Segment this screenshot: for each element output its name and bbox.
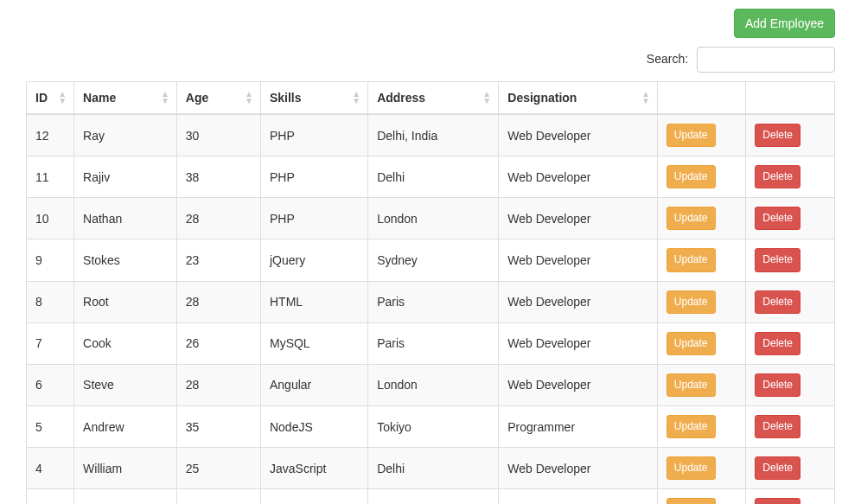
delete-button[interactable]: Delete: [755, 165, 800, 188]
cell-designation: Web Developer: [499, 489, 658, 504]
cell-name: Nathan: [74, 198, 177, 239]
delete-button[interactable]: Delete: [755, 248, 800, 271]
cell-address: London: [368, 198, 499, 239]
update-button[interactable]: Update: [666, 332, 716, 355]
cell-id: 12: [27, 114, 74, 156]
table-row: 5Andrew35NodeJSTokiyoProgrammerUpdateDel…: [27, 405, 835, 447]
delete-button[interactable]: Delete: [755, 290, 800, 314]
cell-name: Ray: [74, 114, 177, 156]
cell-skills: HTML: [260, 281, 367, 322]
cell-id: 11: [27, 156, 74, 198]
cell-skills: MySQL: [260, 322, 367, 364]
cell-id: 3: [27, 489, 74, 504]
update-button[interactable]: Update: [666, 248, 716, 271]
cell-id: 7: [27, 322, 74, 364]
cell-age: 23: [176, 239, 260, 281]
cell-designation: Web Developer: [499, 448, 658, 489]
cell-address: Paris: [368, 281, 499, 322]
search-filter: Search:: [26, 47, 835, 73]
cell-age: 28: [176, 281, 260, 322]
cell-name: Cook: [74, 322, 177, 364]
cell-id: 4: [27, 448, 74, 489]
cell-designation: Web Developer: [499, 281, 658, 322]
employee-table: ID ▲▼ Name ▲▼ Age ▲▼ Skills ▲▼ Address ▲…: [26, 81, 835, 504]
cell-skills: PHP: [260, 156, 367, 198]
delete-button[interactable]: Delete: [755, 373, 800, 397]
table-row: 3Adam30jQueryNew JersyWeb DeveloperUpdat…: [27, 489, 835, 504]
delete-button[interactable]: Delete: [755, 456, 800, 480]
cell-age: 30: [176, 114, 260, 156]
cell-address: New Jersy: [368, 489, 499, 504]
column-header-age[interactable]: Age ▲▼: [176, 82, 260, 115]
table-row: 10Nathan28PHPLondonWeb DeveloperUpdateDe…: [27, 198, 835, 239]
cell-age: 35: [176, 405, 260, 447]
cell-skills: PHP: [260, 114, 367, 156]
update-button[interactable]: Update: [666, 456, 716, 480]
cell-age: 28: [176, 364, 260, 405]
cell-skills: PHP: [260, 198, 367, 239]
table-row: 6Steve28AngularLondonWeb DeveloperUpdate…: [27, 364, 835, 405]
cell-id: 6: [27, 364, 74, 405]
sort-icon: ▲▼: [161, 91, 169, 105]
update-button[interactable]: Update: [666, 165, 716, 188]
cell-id: 10: [27, 198, 74, 239]
column-header-address[interactable]: Address ▲▼: [368, 82, 499, 115]
cell-skills: Angular: [260, 364, 367, 405]
sort-icon: ▲▼: [352, 91, 360, 105]
table-row: 9Stokes23jQuerySydneyWeb DeveloperUpdate…: [27, 239, 835, 281]
column-header-name[interactable]: Name ▲▼: [74, 82, 177, 115]
cell-address: Sydney: [368, 239, 499, 281]
column-header-delete: [746, 82, 835, 115]
cell-designation: Web Developer: [499, 198, 658, 239]
cell-age: 38: [176, 156, 260, 198]
cell-skills: jQuery: [260, 239, 367, 281]
update-button[interactable]: Update: [666, 290, 716, 314]
cell-age: 28: [176, 198, 260, 239]
column-header-label: Name: [83, 91, 116, 105]
cell-designation: Web Developer: [499, 239, 658, 281]
cell-address: Delhi: [368, 156, 499, 198]
table-row: 8Root28HTMLParisWeb DeveloperUpdateDelet…: [27, 281, 835, 322]
sort-icon: ▲▼: [482, 91, 491, 105]
update-button[interactable]: Update: [666, 373, 716, 397]
cell-skills: JavaScript: [260, 448, 367, 489]
delete-button[interactable]: Delete: [755, 207, 800, 230]
cell-id: 9: [27, 239, 74, 281]
update-button[interactable]: Update: [666, 415, 716, 438]
cell-designation: Web Developer: [499, 114, 658, 156]
cell-id: 8: [27, 281, 74, 322]
cell-age: 26: [176, 322, 260, 364]
cell-address: Delhi, India: [368, 114, 499, 156]
column-header-designation[interactable]: Designation ▲▼: [499, 82, 658, 115]
delete-button[interactable]: Delete: [755, 498, 800, 504]
cell-designation: Web Developer: [499, 322, 658, 364]
cell-name: Rajiv: [74, 156, 177, 198]
cell-skills: jQuery: [260, 489, 367, 504]
cell-name: Stokes: [74, 239, 177, 281]
cell-designation: Programmer: [499, 405, 658, 447]
cell-name: William: [74, 448, 177, 489]
table-row: 7Cook26MySQLParisWeb DeveloperUpdateDele…: [27, 322, 835, 364]
update-button[interactable]: Update: [666, 124, 716, 147]
delete-button[interactable]: Delete: [755, 332, 800, 355]
table-row: 11Rajiv38PHPDelhiWeb DeveloperUpdateDele…: [27, 156, 835, 198]
cell-name: Root: [74, 281, 177, 322]
cell-age: 30: [176, 489, 260, 504]
sort-icon: ▲▼: [58, 91, 67, 105]
delete-button[interactable]: Delete: [755, 124, 800, 147]
cell-address: Paris: [368, 322, 499, 364]
table-row: 4William25JavaScriptDelhiWeb DeveloperUp…: [27, 448, 835, 489]
update-button[interactable]: Update: [666, 207, 716, 230]
delete-button[interactable]: Delete: [755, 415, 800, 438]
column-header-skills[interactable]: Skills ▲▼: [260, 82, 367, 115]
cell-name: Adam: [74, 489, 177, 504]
cell-id: 5: [27, 405, 74, 447]
search-input[interactable]: [697, 47, 835, 73]
column-header-label: Age: [186, 91, 208, 105]
update-button[interactable]: Update: [666, 498, 716, 504]
column-header-id[interactable]: ID ▲▼: [27, 82, 74, 115]
column-header-label: Skills: [270, 91, 302, 105]
column-header-label: Address: [377, 91, 425, 105]
sort-icon: ▲▼: [641, 91, 650, 105]
add-employee-button[interactable]: Add Employee: [734, 9, 835, 38]
